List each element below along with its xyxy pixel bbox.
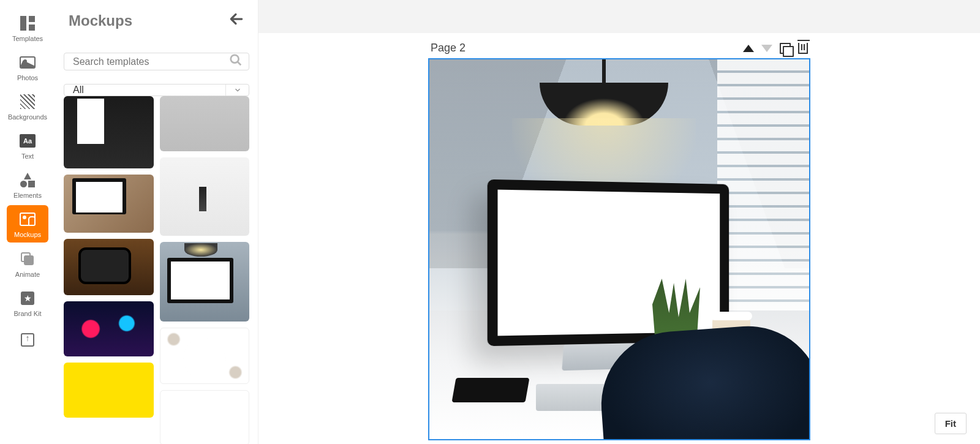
search-templates[interactable]: [64, 53, 249, 70]
rail-label: Photos: [17, 74, 38, 81]
search-input[interactable]: [64, 56, 223, 67]
rail-text[interactable]: Aa Text: [7, 127, 48, 164]
zoom-fit-button[interactable]: Fit: [935, 413, 967, 434]
page-title: Page 2: [431, 42, 466, 55]
mockup-thumbnail[interactable]: [64, 96, 154, 168]
panel-back-button[interactable]: [228, 11, 244, 31]
top-toolbar: [258, 0, 980, 33]
category-filter[interactable]: All: [64, 84, 249, 96]
rail-photos[interactable]: Photos: [7, 48, 48, 85]
mockup-thumbnail[interactable]: [160, 390, 250, 444]
mockups-panel: Mockups Explore Saved Mockups All: [55, 0, 258, 444]
rail-label: Text: [21, 152, 34, 160]
rail-label: Brand Kit: [13, 310, 41, 317]
mockup-thumbnail[interactable]: [64, 301, 154, 356]
arrow-left-icon: [228, 11, 244, 27]
panel-title: Mockups: [69, 12, 132, 29]
rail-backgrounds[interactable]: Backgrounds: [7, 88, 48, 124]
panel-header: Mockups: [55, 0, 258, 36]
mockup-thumbnail[interactable]: [64, 175, 154, 233]
svg-point-1: [231, 55, 239, 63]
upload-icon: [20, 332, 36, 348]
rail-label: Templates: [12, 35, 43, 42]
rail-templates[interactable]: Templates: [7, 9, 48, 46]
rail-upload[interactable]: [7, 326, 48, 352]
mockup-thumbnail[interactable]: [160, 96, 250, 151]
brandkit-icon: ★: [20, 290, 36, 306]
mockup-thumbnail[interactable]: [64, 239, 154, 295]
photos-icon: [20, 55, 36, 70]
text-icon: Aa: [20, 133, 36, 149]
page-header: Page 2: [428, 42, 810, 58]
duplicate-page-icon[interactable]: [780, 43, 791, 54]
mockup-thumbnail[interactable]: [160, 157, 250, 236]
design-page[interactable]: [428, 58, 810, 440]
rail-mockups[interactable]: Mockups: [7, 205, 48, 242]
svg-line-2: [238, 62, 241, 66]
search-icon: [223, 53, 249, 70]
backgrounds-icon: [20, 94, 36, 110]
mockup-thumbnail[interactable]: [160, 242, 250, 322]
rail-elements[interactable]: Elements: [7, 166, 48, 203]
chevron-down-icon: [225, 85, 249, 96]
page-tools: [743, 43, 808, 54]
rail-label: Backgrounds: [8, 113, 47, 121]
mockup-thumbnail[interactable]: [160, 328, 250, 384]
rail-brand-kit[interactable]: ★ Brand Kit: [7, 284, 48, 321]
rail-label: Elements: [13, 192, 42, 199]
animate-icon: [20, 251, 36, 267]
canvas-area: Page 2: [258, 0, 980, 444]
templates-icon: [20, 15, 36, 31]
mockups-grid: [64, 100, 249, 444]
left-icon-rail: Templates Photos Backgrounds Aa Text Ele…: [0, 0, 55, 444]
rail-animate[interactable]: Animate: [7, 245, 48, 282]
mockup-scene: [429, 59, 809, 439]
move-page-down-icon[interactable]: [761, 45, 772, 52]
page-frame: Page 2: [428, 42, 810, 440]
mockups-icon: [20, 211, 36, 227]
move-page-up-icon[interactable]: [743, 45, 754, 52]
rail-label: Animate: [15, 271, 40, 278]
rail-label: Mockups: [14, 231, 41, 238]
elements-icon: [20, 172, 36, 188]
filter-selected-value: All: [64, 85, 225, 96]
canvas-viewport[interactable]: Page 2: [258, 33, 980, 444]
mockup-thumbnail[interactable]: [64, 363, 154, 418]
delete-page-icon[interactable]: [798, 43, 808, 54]
